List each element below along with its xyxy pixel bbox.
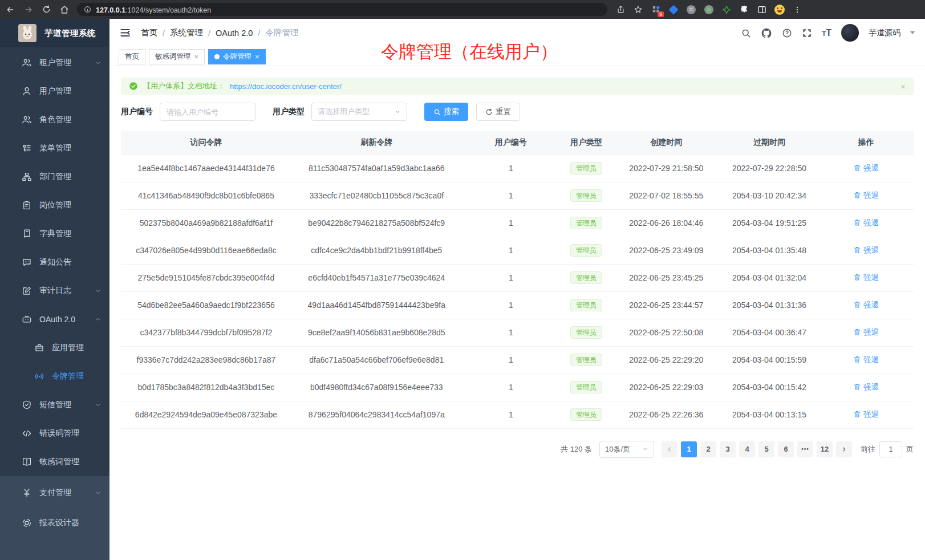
user-type-badge: 管理员	[570, 408, 602, 421]
chevron-down-icon	[642, 446, 648, 452]
doc-alert: 【用户体系】文档地址： https://doc.iocoder.cn/user-…	[121, 78, 914, 95]
search-button[interactable]: 搜索	[424, 103, 468, 121]
trash-icon	[853, 164, 861, 173]
search-icon[interactable]	[741, 28, 751, 38]
view-tab[interactable]: 令牌管理×	[208, 49, 266, 64]
force-logout-button[interactable]: 强退	[853, 245, 879, 255]
force-logout-button[interactable]: 强退	[853, 273, 879, 283]
page-button[interactable]: 5	[758, 441, 774, 457]
force-logout-button[interactable]: 强退	[853, 163, 879, 173]
browser-forward-icon[interactable]	[24, 5, 33, 14]
user-type-badge: 管理员	[570, 326, 602, 339]
force-logout-button[interactable]: 强退	[853, 355, 879, 365]
share-icon[interactable]	[615, 5, 626, 15]
created-time-cell: 2022-06-25 23:49:09	[612, 237, 720, 264]
success-check-icon	[129, 82, 138, 91]
user-avatar[interactable]	[841, 24, 859, 42]
page-size-select[interactable]: 10条/页	[599, 441, 654, 458]
sidebar-item[interactable]: 错误码管理	[0, 419, 109, 448]
oauth-icon	[22, 314, 32, 324]
force-logout-button[interactable]: 强退	[853, 218, 879, 228]
sidepanel-icon[interactable]	[757, 5, 767, 15]
page-button[interactable]: 1	[681, 441, 697, 457]
command-extension-icon[interactable]: ⌘	[686, 5, 696, 15]
force-logout-button[interactable]: 强退	[853, 409, 879, 420]
access-token-cell: b0d1785bc3a8482f812db4a3f3bd15ec	[121, 374, 291, 401]
browser-home-icon[interactable]	[60, 5, 69, 14]
profile-avatar[interactable]	[774, 5, 785, 15]
page-info-icon[interactable]	[84, 6, 91, 13]
sidebar-item[interactable]: 报表设计器	[0, 508, 109, 538]
record-extension-icon[interactable]	[704, 5, 714, 15]
access-token-cell: 6d842e2924594de9a09e45e087323abe	[121, 401, 291, 428]
sidebar-item-label: 报表设计器	[39, 518, 79, 528]
next-page-button[interactable]	[836, 441, 852, 457]
breadcrumb-item[interactable]: 首页	[141, 27, 157, 38]
sidebar-item[interactable]: 租户管理	[0, 48, 109, 77]
breadcrumb-item: 令牌管理	[265, 27, 298, 38]
user-type-select[interactable]: 请选择用户类型	[311, 103, 407, 121]
page-button[interactable]: 2	[700, 441, 716, 457]
browser-menu-icon[interactable]	[792, 5, 802, 15]
access-token-cell: c342377bf8b344799dcbf7bf095287f2	[121, 319, 291, 346]
address-bar[interactable]: 127.0.0.1:1024/system/oauth2/token	[77, 3, 607, 16]
force-logout-button[interactable]: 强退	[853, 327, 879, 338]
collapse-menu-icon[interactable]	[120, 27, 131, 38]
sidebar-item[interactable]: 通知公告	[0, 248, 109, 277]
fullscreen-icon[interactable]	[802, 28, 812, 38]
force-logout-button[interactable]: 强退	[853, 382, 879, 392]
gem-extension-icon[interactable]	[668, 5, 679, 15]
sidebar-item[interactable]: 应用管理	[0, 334, 109, 362]
expire-time-cell: 2054-03-04 00:36:47	[720, 319, 818, 346]
alert-close-icon[interactable]: ×	[900, 82, 906, 91]
sidebar-item[interactable]: 敏感词管理	[0, 448, 109, 476]
sidebar-item[interactable]: 岗位管理	[0, 191, 109, 220]
page-button[interactable]: 4	[739, 441, 755, 457]
star-extension-icon[interactable]	[721, 5, 732, 15]
github-icon[interactable]	[761, 27, 772, 39]
table-row: 41c41346a548490f9dc8b01c6bfe0865333ecfc7…	[121, 182, 914, 209]
close-icon[interactable]: ×	[194, 52, 199, 61]
sidebar-item[interactable]: 审计日志	[0, 277, 109, 305]
menu-icon	[22, 143, 32, 153]
force-logout-button[interactable]: 强退	[853, 190, 879, 201]
sidebar-item[interactable]: 角色管理	[0, 105, 109, 134]
extension-grid-icon[interactable]: 9	[651, 5, 661, 15]
view-tab[interactable]: 敏感词管理×	[149, 49, 205, 64]
breadcrumb-item[interactable]: OAuth 2.0	[216, 29, 253, 38]
user-id-cell: 1	[462, 346, 560, 374]
font-size-icon[interactable]: TT	[822, 28, 831, 38]
close-icon[interactable]: ×	[255, 52, 259, 61]
action-cell: 强退	[818, 374, 914, 401]
user-id-input[interactable]	[160, 103, 255, 121]
more-pages-button[interactable]: •••	[797, 441, 813, 457]
action-cell: 强退	[818, 237, 914, 264]
browser-back-icon[interactable]	[6, 5, 15, 14]
sidebar-item[interactable]: 用户管理	[0, 77, 109, 105]
view-tab[interactable]: 首页	[119, 49, 145, 64]
help-icon[interactable]	[782, 28, 792, 38]
sidebar-item[interactable]: 短信管理	[0, 391, 109, 419]
sidebar-item[interactable]: OAuth 2.0	[0, 305, 109, 334]
prev-page-button[interactable]	[662, 441, 677, 457]
force-logout-button[interactable]: 强退	[853, 300, 879, 310]
bookmark-star-icon[interactable]	[633, 5, 643, 15]
breadcrumb-separator: /	[208, 29, 210, 38]
doc-link[interactable]: https://doc.iocoder.cn/user-center/	[230, 82, 342, 91]
sidebar-item[interactable]: 部门管理	[0, 163, 109, 191]
sidebar-item[interactable]: 菜单管理	[0, 134, 109, 163]
page-button[interactable]: 3	[720, 441, 736, 457]
goto-page-input[interactable]	[879, 441, 902, 457]
chevron-down-icon[interactable]	[910, 31, 915, 34]
page-button[interactable]: 6	[778, 441, 794, 457]
page-button[interactable]: 12	[817, 441, 833, 457]
sidebar-item[interactable]: 字典管理	[0, 220, 109, 248]
browser-reload-icon[interactable]	[42, 5, 51, 14]
breadcrumb-item[interactable]: 系统管理	[170, 27, 203, 38]
reset-button[interactable]: 重置	[476, 103, 520, 121]
sidebar-item[interactable]: 令牌管理	[0, 362, 109, 391]
puzzle-extension-icon[interactable]	[739, 5, 749, 15]
access-token-cell: c347026e805e4d99b0d116eae66eda8c	[121, 237, 291, 264]
app-logo[interactable]: 芋道管理系统	[0, 19, 109, 47]
sidebar-item[interactable]: 支付管理	[0, 477, 109, 508]
